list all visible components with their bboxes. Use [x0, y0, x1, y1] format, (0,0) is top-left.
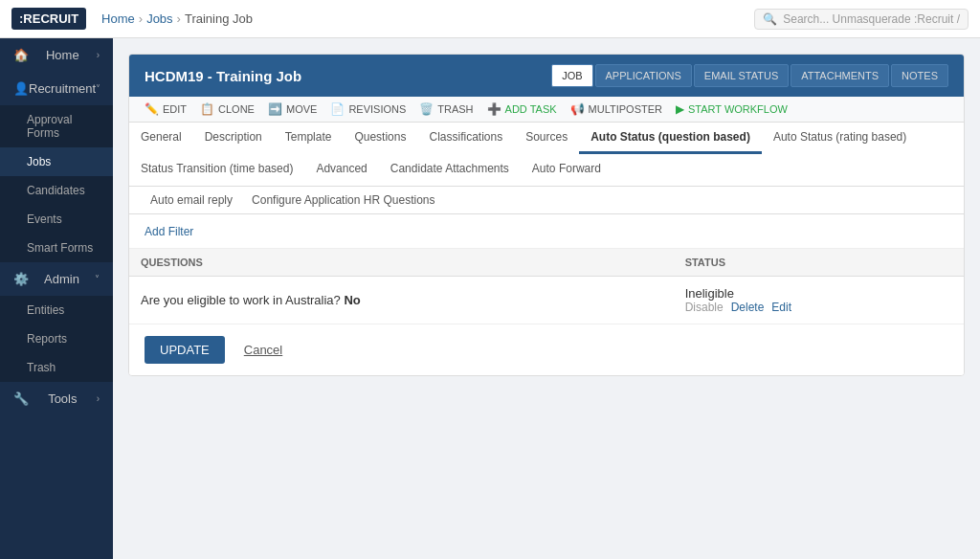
- edit-icon: ✏️: [145, 102, 159, 116]
- question-cell: Are you eligible to work in Australia? N…: [129, 277, 674, 324]
- question-answer: No: [344, 293, 360, 307]
- content-tabs: General Description Template Questions C…: [129, 123, 964, 187]
- status-cell: Ineligible Disable Delete Edit: [674, 277, 964, 324]
- sidebar-item-smart-forms[interactable]: Smart Forms: [0, 234, 113, 262]
- multiposter-button[interactable]: 📢 MULTIPOSTER: [570, 102, 662, 116]
- chevron-down-icon: ˅: [96, 83, 100, 94]
- questions-table: QUESTIONS STATUS Are you eligible to wor…: [129, 249, 964, 324]
- sidebar-item-home[interactable]: 🏠 Home ›: [0, 38, 113, 72]
- sidebar-item-admin[interactable]: ⚙️ Admin ˅: [0, 262, 113, 296]
- sidebar-item-label: Home: [46, 48, 79, 62]
- sub-tabs: Auto email reply Configure Application H…: [129, 187, 964, 214]
- sidebar-item-candidates[interactable]: Candidates: [0, 176, 113, 205]
- multiposter-icon: 📢: [570, 102, 585, 116]
- cancel-button[interactable]: Cancel: [233, 336, 294, 364]
- row-actions: Disable Delete Edit: [685, 301, 952, 314]
- sidebar: 🏠 Home › 👤 Recruitment ˅ Approval Forms …: [0, 38, 113, 559]
- search-icon: 🔍: [763, 12, 777, 26]
- sidebar-item-reports[interactable]: Reports: [0, 324, 113, 353]
- edit-label: EDIT: [163, 103, 187, 115]
- app-body: 🏠 Home › 👤 Recruitment ˅ Approval Forms …: [0, 38, 980, 559]
- sidebar-item-jobs[interactable]: Jobs: [0, 147, 113, 176]
- edit-action[interactable]: Edit: [771, 301, 791, 314]
- sub-tab-auto-email-reply[interactable]: Auto email reply: [141, 187, 242, 213]
- move-label: MOVE: [286, 103, 317, 115]
- revisions-label: REVISIONS: [348, 103, 406, 115]
- chevron-right-icon: ›: [97, 50, 100, 60]
- clone-button[interactable]: 📋 CLONE: [200, 102, 255, 116]
- start-workflow-button[interactable]: ▶ START WORKFLOW: [676, 102, 788, 116]
- tab-auto-status-question[interactable]: Auto Status (question based): [579, 123, 762, 154]
- add-task-icon: ➕: [487, 102, 501, 116]
- tab-classifications[interactable]: Classifications: [417, 123, 514, 154]
- filter-section: Add Filter: [129, 214, 964, 249]
- tab-status-transition[interactable]: Status Transition (time based): [129, 154, 304, 186]
- sidebar-item-label: Tools: [48, 391, 77, 406]
- tab-general[interactable]: General: [129, 123, 193, 154]
- sidebar-item-events[interactable]: Events: [0, 205, 113, 234]
- multiposter-label: MULTIPOSTER: [589, 103, 662, 115]
- breadcrumb-home[interactable]: Home: [101, 11, 135, 26]
- trash-icon: 🗑️: [419, 102, 434, 116]
- recruitment-icon: 👤: [13, 81, 29, 96]
- admin-icon: ⚙️: [13, 272, 29, 286]
- sub-tab-configure-hr[interactable]: Configure Application HR Questions: [242, 187, 444, 213]
- app-logo: :RECRUIT: [11, 8, 86, 30]
- breadcrumb-jobs[interactable]: Jobs: [146, 11, 172, 26]
- tab-auto-status-rating[interactable]: Auto Status (rating based): [762, 123, 918, 154]
- sidebar-item-label: Admin: [44, 272, 79, 286]
- tab-description[interactable]: Description: [193, 123, 274, 154]
- move-button[interactable]: ➡️ MOVE: [268, 102, 317, 116]
- tab-advanced[interactable]: Advanced: [304, 154, 378, 186]
- tab-notes[interactable]: NOTES: [891, 64, 948, 87]
- workflow-icon: ▶: [676, 102, 684, 116]
- col-status: STATUS: [674, 249, 964, 277]
- search-bar[interactable]: 🔍 Search... Unmasquerade :Recruit /: [754, 9, 969, 30]
- top-navigation: :RECRUIT Home › Jobs › Training Job 🔍 Se…: [0, 0, 980, 38]
- chevron-down-icon: ˅: [95, 274, 100, 284]
- tab-template[interactable]: Template: [274, 123, 344, 154]
- trash-label: TRASH: [437, 103, 473, 115]
- edit-button[interactable]: ✏️ EDIT: [145, 102, 187, 116]
- tab-sources[interactable]: Sources: [514, 123, 579, 154]
- home-icon: 🏠: [13, 48, 29, 62]
- sidebar-item-entities[interactable]: Entities: [0, 296, 113, 324]
- sidebar-item-approval-forms[interactable]: Approval Forms: [0, 105, 113, 147]
- sidebar-item-trash[interactable]: Trash: [0, 353, 113, 382]
- tab-auto-forward[interactable]: Auto Forward: [521, 154, 612, 186]
- move-icon: ➡️: [268, 102, 282, 116]
- revisions-icon: 📄: [330, 102, 345, 116]
- breadcrumb: Home › Jobs › Training Job: [101, 11, 746, 26]
- update-button[interactable]: UPDATE: [145, 336, 225, 364]
- main-content: HCDM19 - Training Job JOB APPLICATIONS E…: [113, 38, 980, 559]
- sidebar-sub-recruitment: Approval Forms Jobs Candidates Events Sm…: [0, 105, 113, 262]
- job-header-tabs: JOB APPLICATIONS EMAIL STATUS ATTACHMENT…: [551, 64, 948, 87]
- tab-candidate-attachments[interactable]: Candidate Attachments: [379, 154, 521, 186]
- tab-job[interactable]: JOB: [551, 64, 592, 87]
- add-task-button[interactable]: ➕ ADD TASK: [487, 102, 557, 116]
- sidebar-item-label: Recruitment: [29, 81, 96, 96]
- tab-questions[interactable]: Questions: [343, 123, 417, 154]
- workflow-label: START WORKFLOW: [688, 103, 788, 115]
- tab-email-status[interactable]: EMAIL STATUS: [694, 64, 789, 87]
- search-placeholder: Search... Unmasquerade :Recruit /: [783, 12, 960, 26]
- tab-applications[interactable]: APPLICATIONS: [595, 64, 692, 87]
- col-questions: QUESTIONS: [129, 249, 674, 277]
- add-filter-button[interactable]: Add Filter: [145, 225, 193, 238]
- breadcrumb-sep-2: ›: [177, 11, 181, 26]
- table-row: Are you eligible to work in Australia? N…: [129, 277, 964, 324]
- form-footer: UPDATE Cancel: [129, 324, 964, 375]
- tab-attachments[interactable]: ATTACHMENTS: [791, 64, 889, 87]
- clone-label: CLONE: [218, 103, 255, 115]
- add-task-label: ADD TASK: [505, 103, 557, 115]
- sidebar-item-recruitment[interactable]: 👤 Recruitment ˅: [0, 72, 113, 105]
- revisions-button[interactable]: 📄 REVISIONS: [330, 102, 406, 116]
- breadcrumb-current: Training Job: [185, 11, 253, 26]
- sidebar-item-tools[interactable]: 🔧 Tools ›: [0, 382, 113, 415]
- status-value: Ineligible: [685, 286, 734, 301]
- job-title: HCDM19 - Training Job: [145, 68, 301, 84]
- delete-action[interactable]: Delete: [731, 301, 765, 314]
- trash-button[interactable]: 🗑️ TRASH: [419, 102, 473, 116]
- disable-action[interactable]: Disable: [685, 301, 724, 314]
- tools-icon: 🔧: [13, 391, 29, 406]
